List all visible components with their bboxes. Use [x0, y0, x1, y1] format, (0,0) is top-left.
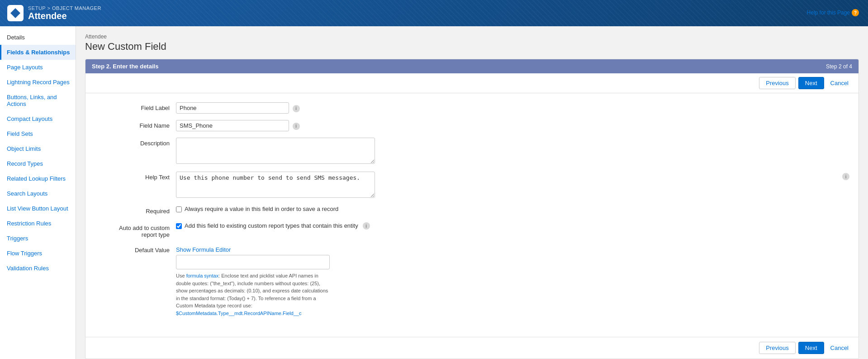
- app-icon-shape: [10, 8, 20, 18]
- top-header: SETUP > OBJECT MANAGER Attendee: [0, 0, 868, 26]
- required-checkbox[interactable]: [176, 206, 182, 212]
- sidebar-item-flow-triggers[interactable]: Flow Triggers: [0, 246, 76, 261]
- formula-example1: ("the_text"): [210, 281, 234, 286]
- field-name-row: Field Name i: [104, 120, 840, 131]
- field-name-field: i: [176, 120, 840, 131]
- bottom-next-button[interactable]: Next: [798, 342, 824, 354]
- field-name-info-icon[interactable]: i: [293, 123, 300, 130]
- step-box: Step 2. Enter the details Step 2 of 4 Pr…: [85, 59, 859, 359]
- field-label-input[interactable]: [176, 102, 289, 114]
- header-title-area: SETUP > OBJECT MANAGER Attendee: [28, 5, 101, 21]
- object-manager-link[interactable]: OBJECT MANAGER: [52, 5, 101, 11]
- help-badge-icon: ?: [852, 9, 859, 16]
- top-cancel-button[interactable]: Cancel: [827, 77, 852, 89]
- auto-add-checkbox-label: Add this field to existing custom report…: [185, 222, 358, 229]
- step-header: Step 2. Enter the details Step 2 of 4: [85, 59, 859, 73]
- help-text-textarea[interactable]: Use this phone number to send to send SM…: [176, 172, 375, 198]
- auto-add-info-icon[interactable]: i: [363, 222, 370, 230]
- help-for-page-link[interactable]: Help for this Page ?: [807, 9, 859, 16]
- required-field: Always require a value in this field in …: [176, 206, 840, 216]
- page-breadcrumb: Attendee: [85, 34, 859, 40]
- top-next-button[interactable]: Next: [798, 77, 824, 89]
- sidebar-item-page-layouts[interactable]: Page Layouts: [0, 60, 76, 75]
- page-title: New Custom Field: [85, 41, 859, 53]
- help-label: Help for this Page: [807, 10, 850, 16]
- sidebar-item-object-limits[interactable]: Object Limits: [0, 141, 76, 156]
- required-label: Required: [104, 206, 176, 215]
- help-text-info-icon[interactable]: i: [842, 173, 849, 180]
- auto-add-label: Auto add to custom report type: [104, 222, 176, 238]
- sidebar-item-related-lookup-filters[interactable]: Related Lookup Filters: [0, 171, 76, 186]
- sidebar-item-search-layouts[interactable]: Search Layouts: [0, 186, 76, 201]
- main-content: Attendee New Custom Field Step 2. Enter …: [76, 26, 868, 359]
- custom-metadata-link[interactable]: $CustomMetadata.Type__mdt.RecordAPIName.…: [176, 311, 302, 316]
- formula-syntax-link[interactable]: formula syntax: [186, 273, 219, 278]
- formula-example2: (25): [310, 281, 319, 286]
- show-formula-editor-link[interactable]: Show Formula Editor: [176, 246, 231, 253]
- required-checkbox-row: Always require a value in this field in …: [176, 206, 840, 212]
- formula-example3: (0.10): [247, 288, 260, 293]
- sidebar-item-triggers[interactable]: Triggers: [0, 231, 76, 246]
- top-nav-buttons-row: Previous Next Cancel: [85, 73, 859, 93]
- auto-add-checkbox-row: Add this field to existing custom report…: [176, 222, 840, 230]
- field-name-input[interactable]: [176, 120, 289, 131]
- breadcrumb: SETUP > OBJECT MANAGER: [28, 5, 101, 11]
- sidebar-item-list-view-button-layout[interactable]: List View Button Layout: [0, 201, 76, 216]
- sidebar-item-restriction-rules[interactable]: Restriction Rules: [0, 216, 76, 231]
- help-text-label: Help Text: [104, 172, 176, 181]
- sidebar-item-buttons-links-actions[interactable]: Buttons, Links, and Actions: [0, 90, 76, 111]
- field-label-row: Field Label i: [104, 102, 840, 114]
- header-object-name: Attendee: [28, 11, 101, 21]
- sidebar-item-compact-layouts[interactable]: Compact Layouts: [0, 111, 76, 126]
- step-count: Step 2 of 4: [826, 63, 852, 70]
- default-value-label: Default Value: [104, 244, 176, 254]
- step-label: Step 2. Enter the details: [92, 63, 158, 70]
- required-row: Required Always require a value in this …: [104, 206, 840, 216]
- help-text-row: Help Text Use this phone number to send …: [104, 172, 840, 199]
- field-label-info-icon[interactable]: i: [293, 105, 300, 112]
- description-label: Description: [104, 138, 176, 147]
- sidebar-item-field-sets[interactable]: Field Sets: [0, 126, 76, 141]
- page-wrapper: Details Fields & Relationships Page Layo…: [0, 26, 868, 359]
- help-link-area: Help for this Page ?: [807, 9, 859, 16]
- sidebar-item-validation-rules[interactable]: Validation Rules: [0, 261, 76, 276]
- sidebar-item-lightning-record-pages[interactable]: Lightning Record Pages: [0, 75, 76, 90]
- bottom-nav-buttons-row: Previous Next Cancel: [85, 337, 859, 359]
- bottom-previous-button[interactable]: Previous: [759, 342, 796, 354]
- default-value-row: Default Value Show Formula Editor Use fo…: [104, 244, 840, 317]
- auto-add-row: Auto add to custom report type Add this …: [104, 222, 840, 238]
- help-text-field: Use this phone number to send to send SM…: [176, 172, 840, 199]
- app-icon: [7, 5, 24, 21]
- description-field: [176, 138, 840, 165]
- bottom-cancel-button[interactable]: Cancel: [827, 342, 852, 354]
- auto-add-field: Add this field to existing custom report…: [176, 222, 840, 233]
- top-previous-button[interactable]: Previous: [759, 77, 796, 89]
- description-textarea[interactable]: [176, 138, 375, 164]
- formula-help-text: Use formula syntax: Enclose text and pic…: [176, 272, 330, 317]
- default-value-field: Show Formula Editor Use formula syntax: …: [176, 246, 840, 317]
- form-area: Field Label i Field Name i Des: [85, 93, 859, 337]
- formula-input[interactable]: [176, 255, 330, 269]
- required-checkbox-label: Always require a value in this field in …: [185, 206, 338, 212]
- field-name-label: Field Name: [104, 120, 176, 129]
- field-label-field: i: [176, 102, 840, 114]
- formula-example4: (Today() + 7): [227, 296, 256, 301]
- sidebar-item-fields-relationships[interactable]: Fields & Relationships: [0, 45, 76, 60]
- auto-add-checkbox[interactable]: [176, 223, 182, 229]
- description-row: Description: [104, 138, 840, 165]
- sidebar-item-record-types[interactable]: Record Types: [0, 156, 76, 171]
- sidebar: Details Fields & Relationships Page Layo…: [0, 26, 76, 359]
- field-label-label: Field Label: [104, 102, 176, 111]
- sidebar-item-details[interactable]: Details: [0, 30, 76, 45]
